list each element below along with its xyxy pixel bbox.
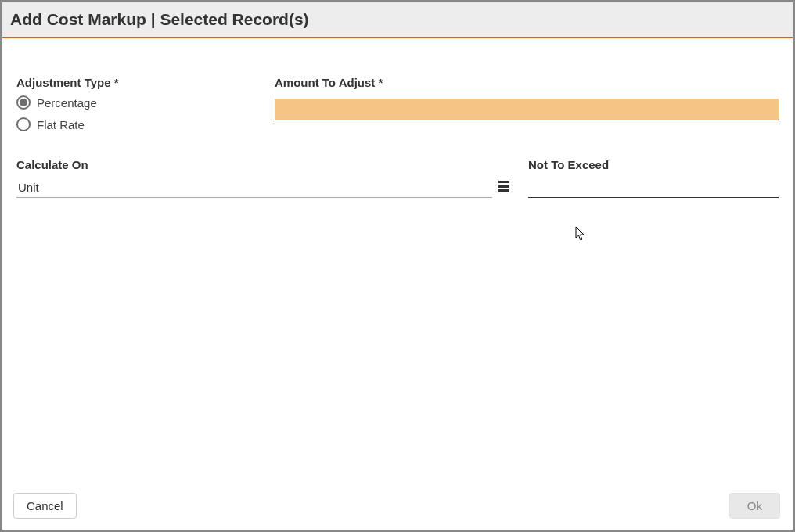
menu-icon[interactable] [498,179,513,193]
calculate-on-label: Calculate On [16,158,513,171]
dialog-body: Adjustment Type * Percentage Flat Rate A… [2,38,793,485]
calculate-on-input[interactable] [16,178,492,198]
adjustment-type-label: Adjustment Type * [16,76,259,89]
radio-icon [16,95,31,110]
cursor-icon [575,226,588,242]
calculate-on-input-wrap [16,178,513,198]
radio-percentage[interactable]: Percentage [16,95,259,110]
amount-to-adjust-label: Amount To Adjust * [275,76,779,89]
ok-button[interactable]: Ok [729,493,780,519]
amount-to-adjust-input[interactable] [275,99,779,120]
radio-flat-rate[interactable]: Flat Rate [16,117,259,131]
not-to-exceed-field: Not To Exceed [528,158,779,198]
dialog-title: Add Cost Markup | Selected Record(s) [10,10,782,29]
radio-percentage-label: Percentage [37,96,97,110]
add-cost-markup-dialog: Add Cost Markup | Selected Record(s) Adj… [2,2,793,530]
amount-to-adjust-field: Amount To Adjust * [275,76,779,131]
cancel-button[interactable]: Cancel [13,493,77,519]
not-to-exceed-input[interactable] [528,178,779,198]
adjustment-type-radio-group: Percentage Flat Rate [16,95,259,131]
adjustment-type-field: Adjustment Type * Percentage Flat Rate [16,76,259,131]
row-calculate-nte: Calculate On Not To Exceed [16,158,779,198]
row-adjustment-amount: Adjustment Type * Percentage Flat Rate A… [16,76,779,131]
not-to-exceed-label: Not To Exceed [528,158,779,171]
radio-icon [16,117,31,131]
radio-flat-rate-label: Flat Rate [37,118,85,131]
dialog-header: Add Cost Markup | Selected Record(s) [2,2,793,38]
calculate-on-field: Calculate On [16,158,513,198]
dialog-footer: Cancel Ok [2,485,793,530]
